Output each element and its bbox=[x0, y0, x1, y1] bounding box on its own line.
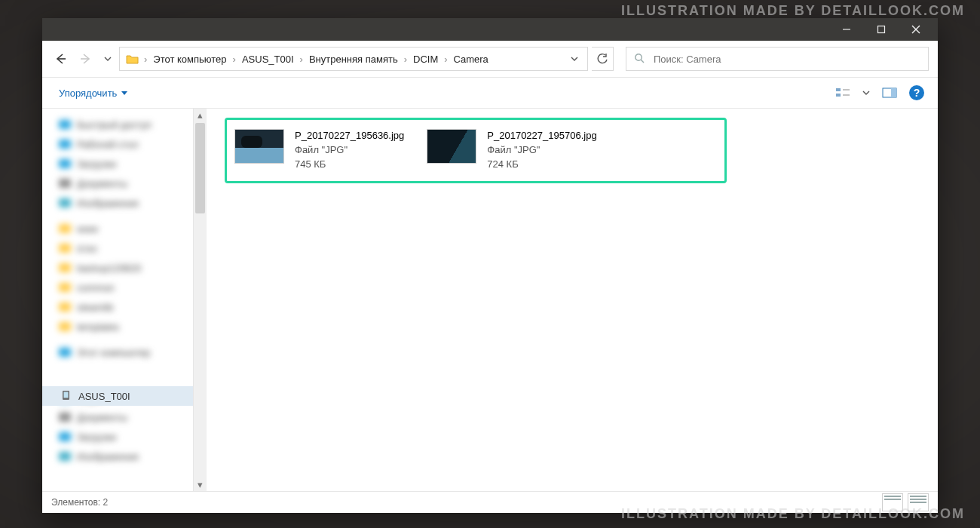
svg-rect-9 bbox=[836, 94, 841, 97]
sidebar-item[interactable]: backup120620 bbox=[56, 258, 187, 278]
forward-button[interactable] bbox=[75, 48, 96, 69]
file-item[interactable]: P_20170227_195706.jpg Файл "JPG" 724 КБ bbox=[427, 129, 596, 172]
watermark-bottom: ILLUSTRATION MADE BY DETAILLOOK.COM bbox=[621, 506, 965, 522]
close-button[interactable] bbox=[899, 18, 933, 41]
caret-down-icon bbox=[121, 91, 127, 95]
sidebar-item-label: Изображения bbox=[77, 198, 139, 209]
sidebar-item[interactable]: d.loc bbox=[56, 238, 187, 258]
sidebar-item[interactable]: Быстрый доступ bbox=[56, 115, 187, 134]
maximize-button[interactable] bbox=[864, 18, 899, 41]
sidebar-item[interactable]: Изображения bbox=[56, 447, 187, 466]
folder-icon bbox=[59, 179, 71, 188]
folder-icon bbox=[126, 52, 139, 66]
file-type: Файл "JPG" bbox=[295, 143, 404, 158]
search-input[interactable] bbox=[652, 53, 920, 66]
refresh-button[interactable] bbox=[592, 47, 614, 71]
nav-sidebar: Быстрый доступРабочий столЗагрузкиДокуме… bbox=[42, 109, 194, 491]
svg-rect-1 bbox=[878, 26, 885, 33]
sidebar-item[interactable]: Загрузки bbox=[56, 154, 187, 173]
folder-icon bbox=[59, 413, 71, 422]
sidebar-item-label: backup120620 bbox=[77, 262, 141, 274]
sidebar-item[interactable]: templates bbox=[56, 317, 187, 336]
help-button[interactable]: ? bbox=[909, 85, 924, 100]
device-icon bbox=[62, 390, 72, 403]
sidebar-item[interactable]: www bbox=[56, 219, 187, 238]
address-row: › Этот компьютер › ASUS_T00I › Внутрення… bbox=[42, 41, 938, 78]
sidebar-item[interactable]: Документы bbox=[56, 173, 187, 193]
back-button[interactable] bbox=[50, 48, 71, 69]
sidebar-item-label: ASUS_T00I bbox=[78, 391, 130, 402]
file-size: 745 КБ bbox=[295, 158, 404, 172]
breadcrumb-segment[interactable]: Внутренняя память bbox=[305, 48, 403, 69]
folder-icon bbox=[59, 348, 71, 357]
svg-rect-15 bbox=[64, 391, 69, 398]
body: Быстрый доступРабочий столЗагрузкиДокуме… bbox=[42, 109, 938, 491]
annotation-highlight: P_20170227_195636.jpg Файл "JPG" 745 КБ … bbox=[225, 118, 727, 183]
svg-line-7 bbox=[641, 60, 644, 63]
folder-icon bbox=[59, 283, 71, 292]
watermark-top: ILLUSTRATION MADE BY DETAILLOOK.COM bbox=[621, 3, 965, 19]
sidebar-item-label: Изображения bbox=[77, 451, 139, 462]
file-pane[interactable]: P_20170227_195636.jpg Файл "JPG" 745 КБ … bbox=[207, 109, 938, 491]
sidebar-item-label: Рабочий стол bbox=[77, 139, 139, 150]
status-text: Элементов: 2 bbox=[51, 497, 108, 508]
folder-icon bbox=[59, 140, 71, 149]
file-item[interactable]: P_20170227_195636.jpg Файл "JPG" 745 КБ bbox=[234, 129, 404, 172]
file-size: 724 КБ bbox=[487, 158, 596, 172]
scroll-thumb[interactable] bbox=[195, 123, 205, 213]
sidebar-item[interactable]: Рабочий стол bbox=[56, 134, 187, 154]
preview-pane-button[interactable] bbox=[877, 82, 902, 103]
sidebar-item-label: Этот компьютер bbox=[77, 347, 150, 358]
minimize-button[interactable] bbox=[829, 18, 864, 41]
sidebar-item-label: common bbox=[77, 282, 115, 293]
chevron-right-icon: › bbox=[403, 54, 409, 65]
folder-icon bbox=[59, 224, 71, 233]
file-info: P_20170227_195636.jpg Файл "JPG" 745 КБ bbox=[295, 129, 404, 172]
folder-icon bbox=[59, 263, 71, 272]
search-box[interactable] bbox=[626, 47, 929, 71]
sidebar-item-label: Загрузки bbox=[77, 431, 116, 443]
sidebar-item-label: Загрузки bbox=[77, 158, 116, 170]
file-name: P_20170227_195636.jpg bbox=[295, 129, 404, 143]
sidebar-item-selected[interactable]: ASUS_T00I bbox=[42, 386, 193, 406]
folder-icon bbox=[59, 432, 71, 441]
chevron-right-icon: › bbox=[299, 54, 305, 65]
breadcrumb-segment[interactable]: ASUS_T00I bbox=[237, 48, 299, 69]
svg-rect-13 bbox=[891, 88, 896, 97]
sidebar-item-label: templates bbox=[77, 321, 119, 333]
sidebar-item[interactable]: common bbox=[56, 278, 187, 297]
sidebar-item[interactable]: Документы bbox=[56, 407, 187, 427]
breadcrumb-segment[interactable]: Этот компьютер bbox=[149, 48, 231, 69]
sidebar-item-label: Быстрый доступ bbox=[77, 119, 152, 130]
sidebar-item[interactable]: Этот компьютер bbox=[56, 342, 187, 362]
svg-point-6 bbox=[635, 54, 642, 60]
scroll-down-button[interactable]: ▾ bbox=[194, 478, 207, 491]
breadcrumb-dropdown-button[interactable] bbox=[565, 48, 584, 69]
sidebar-item-label: www bbox=[77, 223, 98, 235]
recent-dropdown-button[interactable] bbox=[101, 48, 115, 69]
folder-icon bbox=[59, 198, 71, 207]
sidebar-item[interactable]: Изображения bbox=[56, 193, 187, 213]
file-name: P_20170227_195706.jpg bbox=[487, 129, 596, 143]
caret-down-icon[interactable] bbox=[862, 87, 870, 99]
file-thumbnail bbox=[234, 129, 284, 164]
explorer-window: › Этот компьютер › ASUS_T00I › Внутрення… bbox=[42, 18, 938, 513]
chevron-right-icon: › bbox=[142, 54, 149, 65]
scroll-up-button[interactable]: ▴ bbox=[194, 109, 207, 121]
toolbar: Упорядочить ? bbox=[42, 78, 938, 109]
sidebar-item-label: Документы bbox=[77, 412, 127, 423]
view-options-button[interactable] bbox=[831, 82, 855, 103]
folder-icon bbox=[59, 302, 71, 312]
sidebar-item[interactable]: Загрузки bbox=[56, 427, 187, 447]
breadcrumb-segment[interactable]: Camera bbox=[449, 48, 493, 69]
organize-button[interactable]: Упорядочить bbox=[56, 84, 130, 102]
folder-icon bbox=[59, 244, 71, 253]
folder-icon bbox=[59, 322, 71, 331]
breadcrumb[interactable]: › Этот компьютер › ASUS_T00I › Внутрення… bbox=[119, 47, 588, 71]
sidebar-item[interactable]: steamlib bbox=[56, 297, 187, 317]
sidebar-item-label: steamlib bbox=[77, 302, 113, 313]
organize-label: Упорядочить bbox=[59, 87, 117, 99]
file-info: P_20170227_195706.jpg Файл "JPG" 724 КБ bbox=[487, 129, 596, 172]
breadcrumb-segment[interactable]: DCIM bbox=[409, 48, 443, 69]
sidebar-scrollbar[interactable]: ▴ ▾ bbox=[194, 109, 207, 491]
